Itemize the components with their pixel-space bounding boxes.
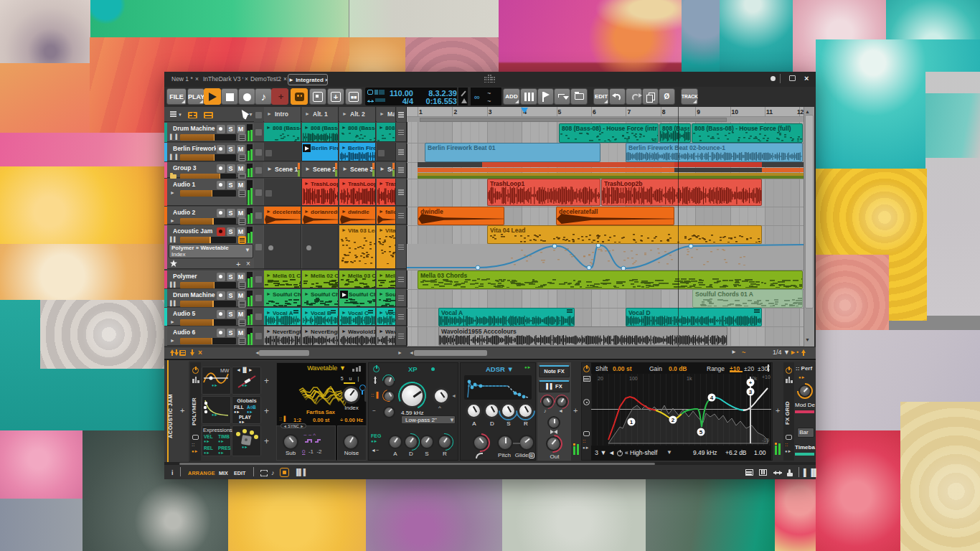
svg-text:5: 5 (699, 429, 703, 435)
svg-text:2: 2 (672, 417, 675, 423)
svg-text:+: + (749, 380, 752, 385)
svg-text:1: 1 (630, 419, 633, 425)
svg-text:3: 3 (749, 389, 753, 395)
svg-text:4: 4 (710, 395, 714, 401)
